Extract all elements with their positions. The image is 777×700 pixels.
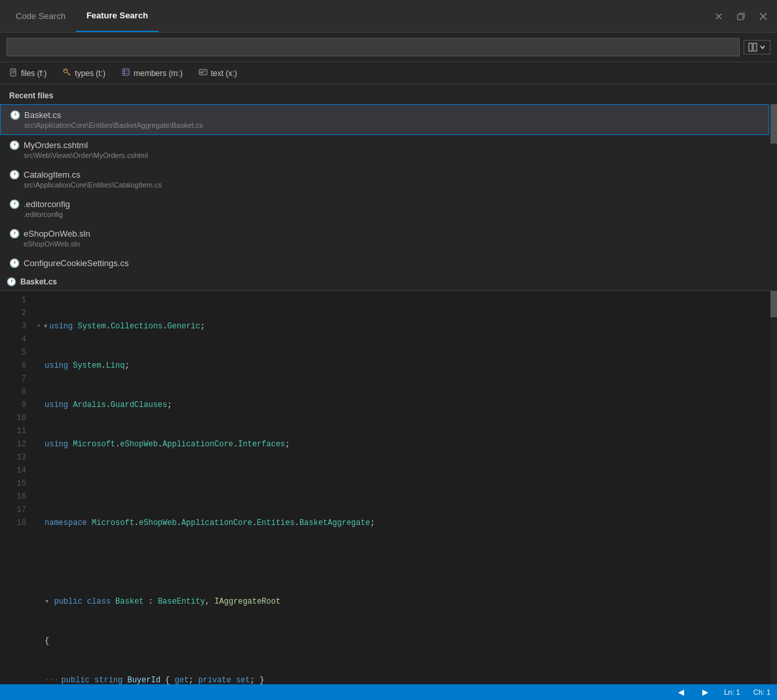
restore-button[interactable]: [732, 10, 749, 22]
nav-prev-button[interactable]: ◀: [675, 686, 687, 698]
search-input[interactable]: [12, 43, 734, 52]
list-item[interactable]: 🕐 eShopOnWeb.sln eShopOnWeb.sln: [0, 224, 769, 253]
clock-icon: 🕐: [9, 258, 20, 268]
code-preview: 🕐 Basket.cs 1 2 3 4 5 6 7 8 9 10 11 12 1…: [0, 273, 777, 699]
code-line-8: ▾ public class Basket : BaseEntity, IAgg…: [37, 595, 770, 608]
text-icon: ab: [199, 68, 208, 79]
filter-tabs: files (f:) types (t:) members (m:): [0, 62, 777, 85]
svg-point-14: [124, 70, 126, 72]
file-icon: [9, 68, 18, 79]
filter-tab-members[interactable]: members (m:): [119, 66, 185, 80]
svg-point-16: [124, 73, 126, 75]
svg-rect-7: [10, 69, 16, 76]
status-column: Ch: 1: [753, 688, 770, 696]
code-line-3: using Ardalis.GuardClauses;: [37, 399, 770, 412]
code-scrollbar-thumb[interactable]: [770, 291, 777, 317]
close-button[interactable]: [755, 10, 772, 22]
members-icon: [121, 68, 130, 79]
file-list-scrollbar[interactable]: [770, 104, 777, 273]
code-scrollbar[interactable]: [770, 291, 777, 699]
filter-tab-types[interactable]: types (t:): [60, 66, 108, 80]
clock-icon: 🕐: [9, 199, 20, 209]
code-preview-header: 🕐 Basket.cs: [0, 273, 777, 291]
layout-button[interactable]: [744, 40, 770, 54]
main-content: Recent files 🕐 Basket.cs src\Application…: [0, 85, 777, 699]
list-item[interactable]: 🕐 MyOrders.cshtml src\Web\Views\Order\My…: [0, 135, 769, 165]
code-line-5: [37, 477, 770, 490]
nav-next-button[interactable]: ▶: [700, 686, 711, 698]
filter-tab-files[interactable]: files (f:): [7, 67, 49, 80]
search-input-wrapper: [7, 38, 740, 56]
recent-files-label: Recent files: [0, 85, 777, 104]
code-line-6: namespace Microsoft.eShopWeb.Application…: [37, 516, 770, 530]
clock-icon-preview: 🕐: [7, 277, 16, 286]
file-list-scrollbar-thumb[interactable]: [770, 104, 777, 144]
list-item[interactable]: 🕐 CatalogItem.cs src\ApplicationCore\Ent…: [0, 165, 769, 194]
file-list[interactable]: 🕐 Basket.cs src\ApplicationCore\Entities…: [0, 104, 777, 273]
clock-icon: 🕐: [9, 229, 20, 239]
status-bar: ◀ ▶ Ln: 1 Ch: 1: [0, 684, 777, 700]
status-position: Ln: 1: [724, 688, 740, 696]
clock-icon: 🕐: [9, 140, 20, 150]
list-item[interactable]: 🕐 ConfigureCookieSettings.cs: [0, 253, 769, 273]
clock-icon: 🕐: [10, 110, 20, 120]
filter-tab-text[interactable]: ab text (x:): [196, 66, 240, 80]
search-area: [0, 33, 777, 62]
code-line-7: [37, 556, 770, 569]
svg-rect-5: [749, 43, 752, 51]
list-item[interactable]: 🕐 .editorconfig .editorconfig: [0, 194, 769, 224]
code-line-4: using Microsoft.eShopWeb.ApplicationCore…: [37, 438, 770, 451]
svg-rect-2: [738, 14, 743, 20]
clock-icon: 🕐: [9, 170, 20, 180]
types-icon: [62, 68, 71, 79]
code-editor-area: 1 2 3 4 5 6 7 8 9 10 11 12 13 14 15 16 1…: [0, 291, 777, 699]
list-item[interactable]: 🕐 Basket.cs src\ApplicationCore\Entities…: [0, 104, 769, 135]
code-content: ⚡ ▾ using System.Collections.Generic; us…: [31, 291, 770, 699]
svg-rect-6: [753, 43, 757, 51]
code-line-1: ⚡ ▾ using System.Collections.Generic;: [37, 320, 770, 333]
svg-line-12: [67, 73, 70, 75]
pin-button[interactable]: [710, 10, 727, 22]
title-bar-actions: [710, 10, 772, 22]
title-bar: Code Search Feature Search: [0, 0, 777, 33]
tab-code-search[interactable]: Code Search: [5, 0, 76, 32]
line-numbers: 1 2 3 4 5 6 7 8 9 10 11 12 13 14 15 16 1…: [0, 291, 31, 699]
svg-text:ab: ab: [200, 71, 203, 74]
code-line-9: {: [37, 634, 770, 648]
svg-rect-13: [123, 69, 129, 75]
tab-feature-search[interactable]: Feature Search: [76, 0, 159, 32]
code-line-2: using System.Linq;: [37, 359, 770, 372]
